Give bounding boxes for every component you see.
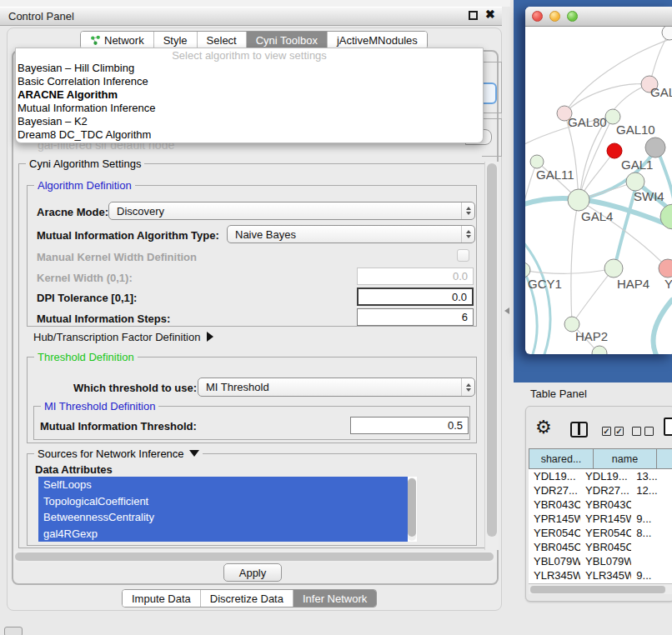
tab-label: jActiveMNodules <box>337 34 418 47</box>
settings-vscrollbar-thumb[interactable] <box>487 163 497 537</box>
bottom-tabbar: Impute DataDiscretize DataInfer Network <box>122 589 377 608</box>
node-label-gcy1: GCY1 <box>528 277 562 291</box>
apply-button[interactable]: Apply <box>223 563 282 582</box>
network-node[interactable] <box>660 204 672 229</box>
tab-style[interactable]: Style <box>154 32 198 48</box>
hub-definition-expander[interactable]: Hub/Transcription Factor Definition <box>33 331 213 343</box>
settings-hscrollbar-thumb[interactable] <box>15 552 494 561</box>
dpi-tolerance-value: 0.0 <box>452 291 467 303</box>
network-node[interactable] <box>525 262 530 278</box>
table-row[interactable]: YBR045CYBR045C <box>529 540 672 554</box>
tab-cyni-toolbox[interactable]: Cyni Toolbox <box>247 32 328 48</box>
network-node[interactable] <box>659 259 672 278</box>
gear-icon[interactable]: ⚙ <box>535 417 552 438</box>
attribute-item-topologicalcoefficient[interactable]: TopologicalCoefficient <box>38 493 408 510</box>
network-edge[interactable] <box>564 38 672 113</box>
minimized-panel-icon[interactable] <box>4 627 23 635</box>
aracne-mode-combo[interactable]: Discovery <box>108 202 475 220</box>
window-minimize-button[interactable] <box>549 11 560 22</box>
network-edge[interactable] <box>572 268 614 324</box>
network-edge[interactable] <box>579 117 613 200</box>
network-node[interactable] <box>592 346 607 354</box>
network-node[interactable] <box>530 155 544 168</box>
unchecked-checkbox-icon[interactable] <box>632 427 641 436</box>
apply-button-label: Apply <box>239 567 267 579</box>
network-window-titlebar[interactable] <box>525 7 672 27</box>
bottom-tab-impute-data[interactable]: Impute Data <box>123 590 201 607</box>
window-close-button[interactable] <box>532 11 543 22</box>
tab-network[interactable]: Network <box>81 32 154 48</box>
network-edge[interactable] <box>525 242 550 354</box>
table-row[interactable]: YBR043CYBR043C <box>529 498 672 512</box>
split-columns-icon[interactable] <box>570 422 588 438</box>
network-edge[interactable] <box>564 84 649 113</box>
manual-kernel-width-checkbox[interactable] <box>457 249 469 262</box>
attributes-scrollbar-thumb[interactable] <box>408 478 416 537</box>
expand-right-icon[interactable] <box>207 332 213 342</box>
window-zoom-button[interactable] <box>567 11 578 22</box>
checked-checkbox-icon[interactable]: ✓ <box>614 427 624 436</box>
network-edge[interactable] <box>654 300 672 354</box>
table-file-icon[interactable] <box>664 418 672 436</box>
kernel-width-label: Kernel Width (0,1): <box>37 272 133 284</box>
network-node[interactable] <box>607 143 622 158</box>
algorithm-option-mutual-information-inference[interactable]: Mutual Information Inference <box>16 102 483 115</box>
column-header-name[interactable]: name <box>593 448 656 469</box>
manual-kernel-width-label: Manual Kernel Width Definition <box>37 251 197 263</box>
network-node[interactable] <box>662 27 672 40</box>
table-row[interactable]: YPR145WYPR145W9... <box>529 512 672 526</box>
tab-select[interactable]: Select <box>198 32 247 48</box>
table-row[interactable]: YDL19...YDL19...13... <box>529 469 672 483</box>
network-graph-canvas[interactable]: GALGAL80GAL10GAL1GAL11SWI4GAL4GCY1HAP4YH… <box>525 27 672 354</box>
threshold-definition-title: Threshold Definition <box>34 351 138 363</box>
mi-algorithm-type-combo[interactable]: Naive Bayes <box>227 225 475 243</box>
which-threshold-value: MI Threshold <box>206 381 269 393</box>
attribute-item-selfloops[interactable]: SelfLoops <box>38 477 408 493</box>
attribute-item-gal4rgexp[interactable]: gal4RGexp <box>38 526 408 542</box>
column-header-shared-[interactable]: shared... <box>529 448 593 469</box>
stepper-icon[interactable] <box>461 378 474 396</box>
table-row[interactable]: YBL079WYBL079W <box>529 554 672 568</box>
algorithm-option-basic-correlation-inference[interactable]: Basic Correlation Inference <box>16 75 483 88</box>
kernel-width-input[interactable]: 0.0 <box>357 268 474 285</box>
mi-steps-input[interactable]: 6 <box>357 308 474 326</box>
algorithm-option-bayesian-hill-climbing[interactable]: Bayesian – Hill Climbing <box>16 62 483 75</box>
mi-threshold-input[interactable]: 0.5 <box>350 417 469 434</box>
close-icon[interactable]: ✖ <box>485 8 495 21</box>
checked-checkbox-icon[interactable]: ✓ <box>602 427 611 436</box>
table-cell: YBR045C <box>529 541 580 553</box>
tab-jactivemnodules[interactable]: jActiveMNodules <box>328 32 427 48</box>
dpi-tolerance-input[interactable]: 0.0 <box>357 288 474 306</box>
stepper-icon[interactable] <box>461 202 474 219</box>
unchecked-checkbox-icon[interactable] <box>644 427 654 436</box>
network-node[interactable] <box>604 259 623 278</box>
network-node[interactable] <box>568 189 589 211</box>
table-hscrollbar-thumb[interactable] <box>530 586 665 593</box>
control-panel-tabbar: NetworkStyleSelectCyni ToolboxjActiveMNo… <box>80 31 428 49</box>
table-row[interactable]: YER054CYER054C8... <box>529 526 672 540</box>
which-threshold-combo[interactable]: MI Threshold <box>198 378 475 397</box>
attribute-item-betweennesscentrality[interactable]: BetweennessCentrality <box>38 509 408 526</box>
algorithm-option-bayesian-k2[interactable]: Bayesian – K2 <box>16 115 483 128</box>
network-node[interactable] <box>645 138 665 158</box>
table-panel-title: Table Panel <box>530 388 587 400</box>
network-node[interactable] <box>626 172 644 191</box>
algorithm-definition-title: Algorithm Definition <box>34 179 135 192</box>
column-header-a[interactable]: A <box>656 448 672 469</box>
table-row[interactable]: YDR27...YDR27...12... <box>529 483 672 498</box>
table-cell: YLR345W <box>580 569 631 582</box>
bottom-tab-discretize-data[interactable]: Discretize Data <box>201 590 293 607</box>
algorithm-option-aracne-algorithm[interactable]: ARACNE Algorithm <box>16 88 483 102</box>
table-cell: 9... <box>631 569 672 582</box>
stepper-icon[interactable] <box>461 226 474 242</box>
collapse-down-icon[interactable] <box>189 450 199 457</box>
bottom-tab-infer-network[interactable]: Infer Network <box>293 590 376 607</box>
table-row[interactable]: YLR345WYLR345W9... <box>529 568 672 582</box>
algorithm-option-dream8-dc-tdc-algorithm[interactable]: Dream8 DC_TDC Algorithm <box>16 128 483 142</box>
float-window-icon[interactable] <box>469 11 478 20</box>
kernel-width-value: 0.0 <box>453 270 468 282</box>
table-cell: YBR043C <box>580 498 631 511</box>
network-edge[interactable] <box>571 200 579 324</box>
table-cell: 9... <box>631 512 672 525</box>
splitter-collapse-icon[interactable] <box>504 308 509 314</box>
